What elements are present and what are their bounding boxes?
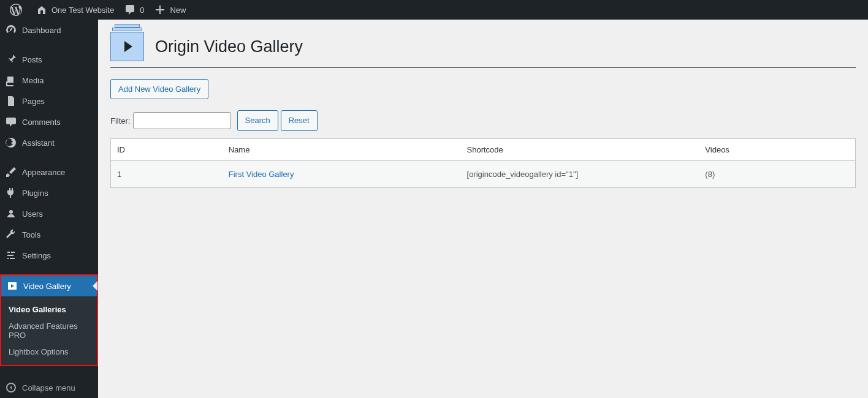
filter-row: Filter: Search Reset	[110, 110, 856, 130]
page-icon	[5, 95, 17, 107]
pin-icon	[5, 53, 17, 66]
comments-count: 0	[140, 6, 144, 15]
page-header: Origin Video Gallery	[110, 32, 856, 68]
plug-icon	[5, 187, 17, 199]
sidebar-item-settings[interactable]: Settings	[0, 245, 98, 266]
cell-shortcode: [origincode_videogallery id="1"]	[461, 160, 699, 187]
sidebar-item-video-gallery[interactable]: Video Gallery	[1, 276, 97, 296]
main-content: Origin Video Gallery Add New Video Galle…	[98, 20, 868, 200]
filter-label: Filter:	[110, 116, 131, 126]
video-icon	[6, 280, 18, 292]
sidebar-item-label: Users	[22, 209, 43, 219]
reset-button[interactable]: Reset	[281, 110, 318, 130]
sidebar-item-plugins[interactable]: Plugins	[0, 182, 98, 203]
new-content-link[interactable]: New	[149, 0, 191, 20]
sidebar-item-pages[interactable]: Pages	[0, 91, 98, 111]
submenu-item-advanced-features[interactable]: Advanced Features PRO	[1, 318, 97, 344]
admin-bar: One Test Website 0 New	[0, 0, 868, 20]
globe-icon	[5, 137, 17, 149]
page-title: Origin Video Gallery	[155, 37, 303, 56]
sidebar-item-label: Assistant	[22, 138, 55, 148]
site-name-link[interactable]: One Test Website	[31, 0, 119, 20]
gallery-name-link[interactable]: First Video Gallery	[229, 170, 294, 179]
column-header-name[interactable]: Name	[223, 138, 461, 160]
page-header-icon	[110, 32, 144, 61]
table-row: 1 First Video Gallery [origincode_videog…	[111, 160, 856, 187]
sidebar-item-label: Posts	[22, 55, 42, 64]
sidebar-item-users[interactable]: Users	[0, 203, 98, 224]
cell-videos: (8)	[699, 160, 855, 187]
brush-icon	[5, 166, 17, 178]
comments-icon	[5, 116, 17, 128]
sidebar-item-media[interactable]: Media	[0, 70, 98, 91]
new-label: New	[170, 6, 186, 15]
cell-id: 1	[111, 160, 223, 187]
highlighted-menu-section: Video Gallery Video Galleries Advanced F…	[0, 274, 98, 366]
dashboard-icon	[5, 24, 17, 36]
settings-icon	[5, 249, 17, 261]
users-icon	[5, 208, 17, 220]
sidebar-item-label: Tools	[22, 230, 40, 239]
sidebar-submenu: Video Galleries Advanced Features PRO Li…	[1, 296, 97, 365]
sidebar-item-assistant[interactable]: Assistant	[0, 132, 98, 153]
sidebar-item-label: Settings	[22, 251, 51, 260]
media-icon	[5, 74, 17, 86]
wordpress-logo[interactable]	[5, 0, 31, 20]
submenu-item-lightbox-options[interactable]: Lightbox Options	[1, 344, 97, 360]
search-button[interactable]: Search	[237, 110, 278, 130]
galleries-table: ID Name Shortcode Videos 1 First Video G…	[110, 138, 856, 188]
action-row: Add New Video Gallery	[110, 79, 856, 99]
table-header-row: ID Name Shortcode Videos	[111, 138, 856, 160]
sidebar-item-label: Dashboard	[22, 26, 61, 35]
add-new-gallery-button[interactable]: Add New Video Gallery	[110, 79, 208, 99]
sidebar-item-label: Comments	[22, 118, 61, 127]
sidebar-item-dashboard[interactable]: Dashboard	[0, 20, 98, 40]
wordpress-icon	[10, 4, 22, 16]
column-header-videos[interactable]: Videos	[699, 138, 855, 160]
sidebar-item-comments[interactable]: Comments	[0, 111, 98, 132]
admin-sidebar: Dashboard Posts Media Pages Comments Ass…	[0, 20, 98, 398]
home-icon	[36, 4, 48, 16]
filter-input[interactable]	[133, 112, 231, 129]
sidebar-item-posts[interactable]: Posts	[0, 49, 98, 70]
sidebar-item-label: Pages	[22, 97, 45, 106]
cell-name: First Video Gallery	[223, 160, 461, 187]
sidebar-item-label: Video Gallery	[23, 282, 71, 291]
sidebar-item-label: Media	[22, 76, 44, 85]
collapse-label: Collapse menu	[22, 383, 75, 392]
wrench-icon	[5, 228, 17, 241]
sidebar-item-tools[interactable]: Tools	[0, 224, 98, 245]
sidebar-item-appearance[interactable]: Appearance	[0, 162, 98, 182]
collapse-menu-button[interactable]: Collapse menu	[0, 377, 98, 398]
plus-icon	[154, 4, 166, 16]
collapse-icon	[5, 381, 17, 394]
sidebar-item-label: Appearance	[22, 168, 65, 177]
column-header-shortcode[interactable]: Shortcode	[461, 138, 699, 160]
submenu-item-video-galleries[interactable]: Video Galleries	[1, 301, 97, 318]
column-header-id[interactable]: ID	[111, 138, 223, 160]
comments-link[interactable]: 0	[119, 0, 149, 20]
comment-icon	[124, 4, 136, 16]
sidebar-item-label: Plugins	[22, 189, 48, 198]
site-name-label: One Test Website	[51, 6, 114, 15]
